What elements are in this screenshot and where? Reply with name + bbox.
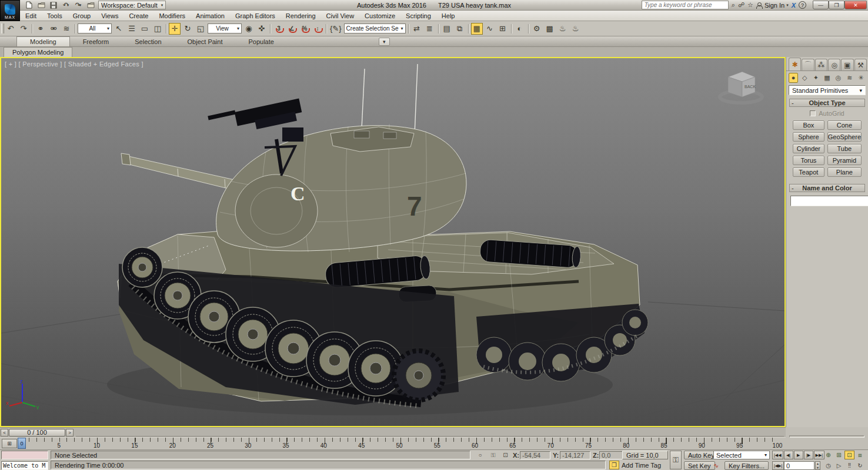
- object-name-input[interactable]: [790, 196, 868, 206]
- modify-tab[interactable]: ⌒: [802, 59, 814, 70]
- new-file-button[interactable]: [24, 1, 34, 9]
- search-input[interactable]: [642, 1, 729, 9]
- unlink-selection-button[interactable]: ⚮: [48, 23, 59, 35]
- menu-animation[interactable]: Animation: [191, 11, 230, 21]
- schematic-view-button[interactable]: ⊞: [497, 23, 509, 35]
- zoom-all-button[interactable]: ⊞: [834, 451, 844, 459]
- menu-help[interactable]: Help: [436, 11, 460, 21]
- next-frame-button[interactable]: |▶: [804, 451, 813, 459]
- exchange-apps-icon[interactable]: X: [792, 2, 796, 9]
- orbit-button[interactable]: ↻: [855, 461, 865, 470]
- play-button[interactable]: ▶: [794, 451, 803, 459]
- geometry-category-button[interactable]: ●: [789, 73, 798, 83]
- edit-named-selection-sets-button[interactable]: {✎}: [329, 23, 343, 35]
- space-warps-category-button[interactable]: ≋: [845, 73, 854, 83]
- curve-editor-button[interactable]: ∿: [484, 23, 496, 35]
- isolate-selection-icon[interactable]: ○: [475, 451, 485, 459]
- named-selection-sets-dropdown[interactable]: Create Selection Se: [344, 24, 406, 33]
- undo-quick-button[interactable]: ↶▾: [61, 1, 71, 9]
- redo-quick-button[interactable]: ↷▾: [73, 1, 84, 9]
- favorites-star-icon[interactable]: ☆: [747, 1, 753, 9]
- previous-frame-button[interactable]: ◀|: [784, 451, 793, 459]
- ribbon-tab-freeform[interactable]: Freeform: [70, 37, 122, 46]
- play-selected-button[interactable]: ▷: [834, 461, 844, 470]
- minimize-button[interactable]: —: [813, 1, 829, 9]
- menu-scripting[interactable]: Scripting: [400, 11, 436, 21]
- select-and-link-button[interactable]: ⚭: [35, 23, 46, 35]
- go-to-start-button[interactable]: |◀◀: [772, 451, 783, 459]
- material-editor-button[interactable]: ◐: [514, 23, 526, 35]
- x-coord-field[interactable]: -54,54: [520, 451, 550, 459]
- rendered-frame-window-button[interactable]: ▩: [544, 23, 556, 35]
- window-crossing-toggle[interactable]: ◫: [152, 23, 163, 35]
- select-object-button[interactable]: ↖: [113, 23, 125, 35]
- menu-tools[interactable]: Tools: [42, 11, 68, 21]
- zoom-extents-all-button[interactable]: ⧈: [855, 451, 865, 459]
- ribbon-tab-selection[interactable]: Selection: [122, 37, 174, 46]
- help-icon[interactable]: ?: [799, 1, 806, 9]
- primitive-button-cylinder[interactable]: Cylinder: [793, 144, 824, 153]
- menu-rendering[interactable]: Rendering: [281, 11, 321, 21]
- align-button[interactable]: ≣: [424, 23, 436, 35]
- y-coord-field[interactable]: -14,127: [560, 451, 590, 459]
- menu-graph-editors[interactable]: Graph Editors: [230, 11, 281, 21]
- set-key-button[interactable]: Set Key: [684, 461, 715, 470]
- set-keys-big-button[interactable]: ⚿: [670, 451, 682, 469]
- perspective-viewport[interactable]: C 7 [ + ] [ Perspective ] [ Shaded + Edg…: [0, 57, 786, 427]
- manage-layers-button[interactable]: ⧉: [454, 23, 466, 35]
- time-configuration-button[interactable]: ◷: [823, 461, 833, 470]
- ribbon-tab-populate[interactable]: Populate: [235, 37, 286, 46]
- menu-create[interactable]: Create: [123, 11, 153, 21]
- scene-explorer-button[interactable]: ▤: [441, 23, 453, 35]
- menu-modifiers[interactable]: Modifiers: [153, 11, 191, 21]
- frame-spinner[interactable]: ▲▼: [815, 461, 820, 470]
- redo-button[interactable]: ↷: [18, 23, 29, 35]
- time-slider-prev-button[interactable]: <: [1, 429, 8, 437]
- utilities-tab[interactable]: ⚒: [854, 59, 867, 70]
- viewport-label[interactable]: [ + ] [ Perspective ] [ Shaded + Edged F…: [5, 61, 143, 68]
- autogrid-checkbox[interactable]: [810, 110, 816, 116]
- rectangular-selection-region-button[interactable]: ▭: [139, 23, 151, 35]
- helpers-category-button[interactable]: ◎: [834, 73, 843, 83]
- ribbon-toggle-button[interactable]: ▦: [471, 23, 483, 35]
- sign-in-chevron-icon[interactable]: ▾: [786, 3, 789, 8]
- mirror-button[interactable]: ⇄: [411, 23, 423, 35]
- add-time-tag-label[interactable]: Add Time Tag: [622, 462, 661, 469]
- time-slider-track[interactable]: [76, 429, 784, 437]
- key-mode-toggle[interactable]: |◀▶|: [772, 461, 784, 470]
- primitive-button-box[interactable]: Box: [793, 120, 824, 130]
- ribbon-tab-modeling[interactable]: Modeling: [16, 36, 70, 46]
- render-setup-button[interactable]: ⚙: [531, 23, 543, 35]
- workspace-dropdown[interactable]: Workspace: Default ▾: [98, 1, 166, 9]
- percent-snap-toggle-button[interactable]: %: [299, 23, 311, 35]
- primitive-button-geosphere[interactable]: GeoSphere: [827, 132, 862, 142]
- menu-customize[interactable]: Customize: [359, 11, 400, 21]
- primitive-button-tube[interactable]: Tube: [827, 144, 862, 153]
- trackbar-playhead[interactable]: 0: [18, 438, 26, 449]
- systems-category-button[interactable]: ✳: [856, 73, 866, 83]
- use-pivot-point-button[interactable]: ◉: [243, 23, 255, 35]
- render-production-button[interactable]: ♨: [557, 23, 569, 35]
- render-flyout-button[interactable]: ♨: [570, 23, 582, 35]
- reference-coordinate-dropdown[interactable]: View: [208, 24, 242, 33]
- bind-to-space-warp-button[interactable]: ≋: [61, 23, 72, 35]
- spinner-snap-toggle-button[interactable]: ↕: [312, 23, 323, 35]
- track-bar[interactable]: ⊞ 05101520253035404550556065707580859095…: [0, 437, 786, 449]
- lights-category-button[interactable]: ✦: [811, 73, 820, 83]
- select-and-scale-button[interactable]: ◱: [195, 23, 206, 35]
- object-type-rollout-header[interactable]: - Object Type: [789, 99, 865, 107]
- search-find-icon[interactable]: ⌕: [732, 1, 735, 9]
- select-by-name-button[interactable]: ☰: [126, 23, 138, 35]
- ribbon-tab-object-paint[interactable]: Object Paint: [175, 37, 236, 46]
- undo-button[interactable]: ↶: [5, 23, 16, 35]
- hierarchy-tab[interactable]: ⁂: [815, 59, 827, 70]
- select-and-rotate-button[interactable]: ↻: [182, 23, 193, 35]
- animate-selected-dropdown[interactable]: Selected: [713, 451, 770, 459]
- pan-2d-button[interactable]: ‼: [844, 461, 854, 470]
- zoom-button[interactable]: ⊕: [823, 451, 833, 459]
- default-tangent-icon[interactable]: ∿: [713, 462, 719, 469]
- zoom-extents-button[interactable]: ⊡: [844, 451, 854, 459]
- motion-tab[interactable]: ◎: [828, 59, 840, 70]
- open-file-button[interactable]: [36, 1, 46, 9]
- menu-civil-view[interactable]: Civil View: [321, 11, 359, 21]
